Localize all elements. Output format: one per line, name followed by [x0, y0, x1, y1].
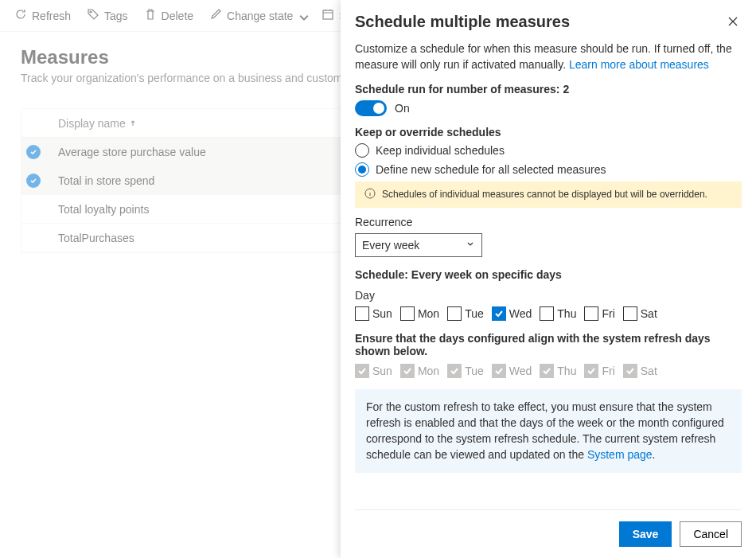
- recurrence-value: Every week: [362, 239, 419, 252]
- day-checkbox[interactable]: [355, 306, 369, 321]
- chevron-down-icon: [298, 12, 306, 20]
- info-box: For the custom refresh to take effect, y…: [355, 389, 742, 473]
- day-label: Fri: [602, 307, 614, 320]
- radio-keep[interactable]: Keep individual schedules: [355, 143, 742, 158]
- row-check-icon[interactable]: [26, 145, 41, 159]
- change-state-label: Change state: [227, 10, 293, 22]
- day-checkbox[interactable]: [584, 306, 598, 321]
- day-label: Thu: [557, 307, 576, 320]
- delete-label: Delete: [162, 10, 193, 22]
- warning-text: Schedules of individual measures cannot …: [382, 189, 707, 200]
- schedule-toggle[interactable]: [355, 100, 387, 116]
- system-day-checkbox: [492, 364, 506, 378]
- day-checkbox[interactable]: [540, 306, 554, 321]
- chevron-down-icon: [466, 239, 475, 252]
- cancel-button[interactable]: Cancel: [680, 521, 742, 547]
- day-label: Day: [355, 289, 742, 302]
- sort-asc-icon: [129, 117, 137, 130]
- system-day-label: Wed: [509, 365, 532, 377]
- info-text: For the custom refresh to take effect, y…: [366, 400, 724, 462]
- day-label: Tue: [465, 307, 484, 320]
- system-day-label: Mon: [418, 365, 439, 377]
- system-days: SunMonTueWedThuFriSat: [355, 364, 742, 378]
- close-icon: [727, 17, 738, 29]
- panel-description: Customize a schedule for when this measu…: [355, 41, 742, 73]
- align-text: Ensure that the days configured align wi…: [355, 332, 742, 357]
- svg-rect-1: [323, 10, 333, 19]
- svg-point-0: [90, 11, 92, 13]
- system-day-checkbox: [355, 364, 369, 378]
- day-checkbox[interactable]: [623, 306, 637, 321]
- day-checkbox[interactable]: [447, 306, 462, 321]
- schedule-panel: Schedule multiple measures Customize a s…: [341, 0, 756, 558]
- system-day-label: Thu: [557, 365, 576, 377]
- change-state-button[interactable]: Change state: [203, 5, 312, 26]
- col-display-label: Display name: [58, 117, 126, 130]
- schedule-count-label: Schedule run for number of measures: 2: [355, 83, 742, 96]
- day-label: Sun: [372, 307, 392, 320]
- tag-icon: [87, 8, 99, 23]
- day-picker: SunMonTueWedThuFriSat: [355, 306, 742, 321]
- refresh-label: Refresh: [32, 10, 71, 22]
- toggle-label: On: [395, 102, 410, 115]
- system-page-link[interactable]: System page: [587, 448, 653, 461]
- system-day-checkbox: [540, 364, 554, 378]
- system-day-checkbox: [584, 364, 598, 378]
- radio-icon: [355, 162, 369, 177]
- recurrence-select[interactable]: Every week: [355, 233, 482, 257]
- day-label: Mon: [418, 307, 439, 320]
- refresh-button[interactable]: Refresh: [8, 5, 77, 26]
- day-label: Wed: [509, 307, 532, 320]
- save-button[interactable]: Save: [619, 521, 672, 547]
- radio-define-label: Define new schedule for all selected mea…: [376, 163, 606, 176]
- radio-define[interactable]: Define new schedule for all selected mea…: [355, 162, 742, 177]
- schedule-summary: Schedule: Every week on specific days: [355, 268, 742, 281]
- radio-icon: [355, 143, 369, 158]
- calendar-icon: [321, 8, 334, 23]
- pencil-icon: [209, 8, 222, 23]
- system-day-label: Sun: [372, 365, 392, 377]
- system-day-label: Sat: [641, 365, 657, 377]
- override-warning: Schedules of individual measures cannot …: [355, 181, 742, 208]
- trash-icon: [144, 8, 157, 23]
- row-check-icon[interactable]: [26, 174, 41, 188]
- info-text-post: .: [653, 448, 656, 461]
- day-label: Sat: [641, 307, 657, 320]
- tags-label: Tags: [104, 10, 128, 22]
- close-button[interactable]: [724, 13, 742, 33]
- refresh-icon: [14, 8, 27, 23]
- panel-title: Schedule multiple measures: [355, 13, 570, 31]
- radio-keep-label: Keep individual schedules: [376, 144, 505, 157]
- system-day-checkbox: [623, 364, 637, 378]
- day-checkbox[interactable]: [492, 306, 506, 321]
- info-icon: [364, 188, 376, 201]
- keep-override-header: Keep or override schedules: [355, 126, 742, 139]
- tags-button[interactable]: Tags: [80, 5, 134, 26]
- learn-more-link[interactable]: Learn more about measures: [569, 58, 709, 71]
- system-day-checkbox: [447, 364, 462, 378]
- day-checkbox[interactable]: [400, 306, 415, 321]
- system-day-label: Fri: [602, 365, 614, 377]
- panel-footer: Save Cancel: [355, 509, 742, 558]
- system-day-checkbox: [400, 364, 415, 378]
- delete-button[interactable]: Delete: [138, 5, 200, 26]
- system-day-label: Tue: [465, 365, 484, 377]
- recurrence-label: Recurrence: [355, 216, 742, 228]
